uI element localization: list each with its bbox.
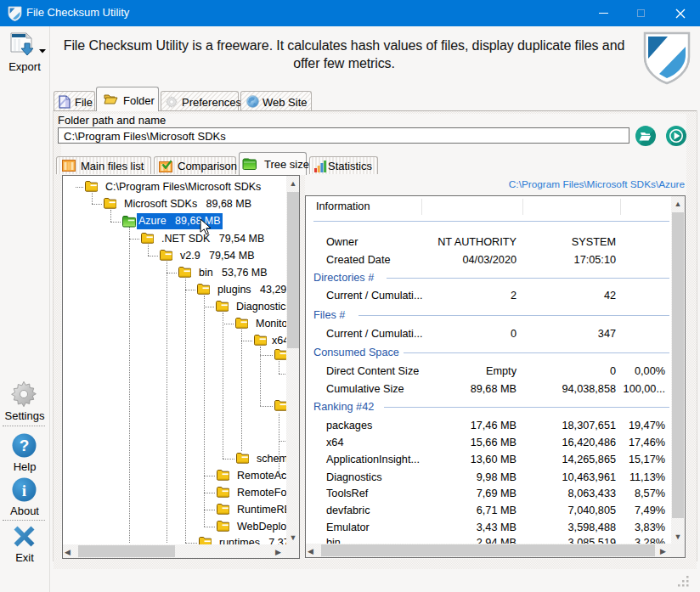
svg-text:?: ? [20,437,30,454]
svg-text:i: i [22,482,26,499]
